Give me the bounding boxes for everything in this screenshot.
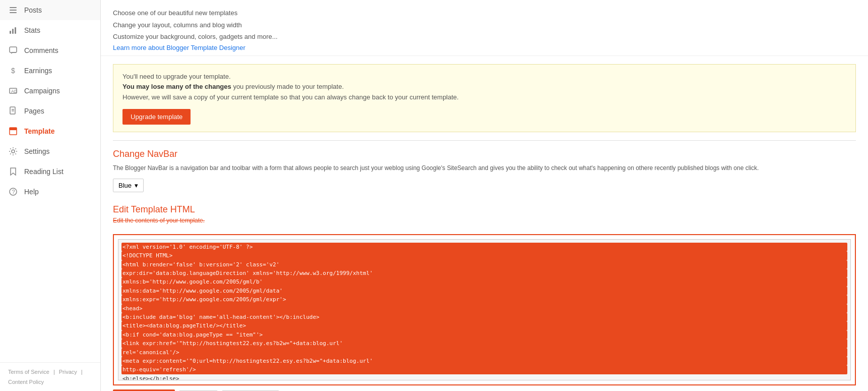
- upgrade-line1: You'll need to upgrade your template.: [122, 72, 846, 82]
- edit-template-section: Edit Template HTML Edit the contents of …: [101, 196, 868, 234]
- sidebar-item-label-settings: Settings: [24, 147, 50, 155]
- code-editor-wrapper: <?xml version='1.0' encoding='UTF-8' ?><…: [113, 234, 856, 385]
- code-line-4: xmlns:b='http://www.google.com/2005/gml/…: [121, 277, 847, 286]
- top-section: Choose one of our beautiful new template…: [101, 0, 868, 56]
- sidebar-item-label-help: Help: [24, 188, 39, 196]
- sidebar-item-label-stats: Stats: [24, 26, 40, 34]
- svg-rect-11: [12, 109, 14, 110]
- code-line-6: xmlns:expr='http://www.google.com/2005/g…: [121, 295, 847, 304]
- upgrade-line2: You may lose many of the changes you pre…: [122, 82, 846, 92]
- sidebar-item-label-posts: Posts: [24, 6, 42, 14]
- code-line-12: rel='canonical'/>: [121, 348, 847, 357]
- upgrade-box: You'll need to upgrade your template. Yo…: [113, 64, 856, 132]
- upgrade-bold: You may lose many of the changes: [122, 83, 231, 90]
- page-icon: [8, 106, 18, 116]
- sidebar-item-label-pages: Pages: [24, 107, 44, 115]
- code-line-7: <head>: [121, 304, 847, 313]
- edit-template-subtitle-text: Edit the contents of your template.: [113, 217, 205, 224]
- svg-point-15: [12, 150, 15, 153]
- sidebar-item-help[interactable]: ?Help: [0, 182, 100, 202]
- navbar-dropdown[interactable]: Blue ▾: [113, 179, 144, 192]
- svg-text:AD: AD: [11, 89, 18, 94]
- svg-rect-2: [10, 12, 17, 13]
- svg-text:$: $: [11, 67, 15, 75]
- code-line-14: http-equiv='refresh'/>: [121, 365, 847, 374]
- sidebar: PostsStatsComments$EarningsADCampaignsPa…: [0, 0, 101, 391]
- sidebar-item-reading-list[interactable]: Reading List: [0, 161, 100, 182]
- sidebar-item-label-campaigns: Campaigns: [24, 87, 60, 95]
- content-policy-link[interactable]: Content Policy: [8, 379, 44, 385]
- learn-more-link[interactable]: Learn more about Blogger Template Design…: [113, 44, 245, 51]
- top-line-3: Customize your background, colors, gadge…: [113, 32, 856, 42]
- code-line-3: expr:dir='data:blog.languageDirection' x…: [121, 269, 847, 277]
- sidebar-item-template[interactable]: Template: [0, 121, 100, 141]
- code-line-13: <meta expr:content='"0;url=http://hostin…: [121, 357, 847, 365]
- navbar-dropdown-value: Blue: [118, 182, 132, 189]
- terms-link[interactable]: Terms of Service: [8, 369, 49, 375]
- edit-template-subtitle: Edit the contents of your template.: [113, 217, 856, 224]
- upgrade-line3: However, we will save a copy of your cur…: [122, 92, 846, 103]
- top-line-2: Change your layout, columns and blog wid…: [113, 20, 856, 30]
- chevron-down-icon: ▾: [135, 182, 138, 189]
- code-line-10: <b:if cond='data:blog.pageType == "item"…: [121, 330, 847, 339]
- code-line-1: <!DOCTYPE HTML>: [121, 251, 847, 260]
- code-scroll[interactable]: <?xml version='1.0' encoding='UTF-8' ?><…: [118, 240, 850, 380]
- code-line-5: xmlns:data='http://www.google.com/2005/g…: [121, 287, 847, 295]
- code-line-9: <title><data:blog.pageTitle/></title>: [121, 321, 847, 330]
- sidebar-item-pages[interactable]: Pages: [0, 101, 100, 121]
- upgrade-template-button[interactable]: Upgrade template: [122, 109, 191, 125]
- svg-rect-4: [12, 29, 14, 34]
- svg-text:?: ?: [12, 189, 15, 195]
- code-line-2: <html b:render='false' b:version='2' cla…: [121, 260, 847, 269]
- sidebar-item-label-reading-list: Reading List: [24, 167, 64, 176]
- svg-rect-1: [10, 10, 17, 11]
- svg-rect-12: [12, 110, 14, 111]
- code-line-11: <link expr:href='"http://hostingtest22.e…: [121, 339, 847, 348]
- top-line-1: Choose one of our beautiful new template…: [113, 8, 856, 18]
- dollar-icon: $: [8, 66, 18, 76]
- edit-template-title: Edit Template HTML: [113, 204, 856, 215]
- ad-icon: AD: [8, 86, 18, 96]
- code-editor[interactable]: <?xml version='1.0' encoding='UTF-8' ?><…: [118, 239, 851, 380]
- bookmark-icon: [8, 166, 18, 177]
- gear-icon: [8, 146, 18, 156]
- sidebar-item-earnings[interactable]: $Earnings: [0, 61, 100, 81]
- code-line-15: <b:else></b:else>: [121, 374, 847, 380]
- sidebar-item-stats[interactable]: Stats: [0, 20, 100, 40]
- change-navbar-description: The Blogger NavBar is a navigation bar a…: [113, 163, 856, 173]
- list-icon: [8, 5, 18, 15]
- change-navbar-title: Change NavBar: [113, 149, 856, 159]
- sidebar-item-label-template: Template: [24, 127, 54, 135]
- change-navbar-section: Change NavBar The Blogger NavBar is a na…: [101, 141, 868, 196]
- sidebar-item-comments[interactable]: Comments: [0, 40, 100, 61]
- sidebar-item-campaigns[interactable]: ADCampaigns: [0, 81, 100, 101]
- svg-rect-3: [10, 31, 11, 34]
- privacy-link[interactable]: Privacy: [59, 369, 77, 375]
- comment-icon: [8, 45, 18, 55]
- help-icon: ?: [8, 187, 18, 197]
- sidebar-item-settings[interactable]: Settings: [0, 141, 100, 161]
- svg-rect-14: [10, 128, 17, 130]
- sidebar-footer: Terms of Service | Privacy | Content Pol…: [0, 362, 100, 391]
- svg-rect-6: [10, 47, 17, 52]
- sidebar-item-label-comments: Comments: [24, 46, 58, 54]
- sidebar-item-label-earnings: Earnings: [24, 67, 52, 75]
- main-content: Choose one of our beautiful new template…: [101, 0, 868, 391]
- code-line-0: <?xml version='1.0' encoding='UTF-8' ?>: [121, 243, 847, 251]
- sidebar-item-posts[interactable]: Posts: [0, 0, 100, 20]
- svg-rect-5: [15, 27, 16, 34]
- code-line-8: <b:include data='blog' name='all-head-co…: [121, 313, 847, 321]
- bar-chart-icon: [8, 25, 18, 35]
- svg-rect-0: [10, 7, 17, 8]
- template-icon: [8, 126, 18, 136]
